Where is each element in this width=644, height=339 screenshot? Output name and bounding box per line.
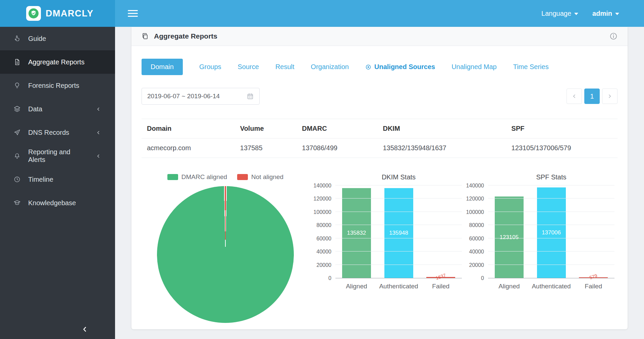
plot-area: 1358321359481637 <box>335 186 462 278</box>
tab-time-series[interactable]: Time Series <box>513 63 549 71</box>
page-number-button[interactable]: 1 <box>584 89 600 104</box>
next-page-button[interactable] <box>602 89 618 104</box>
forensic-reports-icon <box>13 82 21 89</box>
column-header-dkim: DKIM <box>379 119 508 138</box>
chevron-left-icon <box>82 326 88 333</box>
brand-name: DMARCLY <box>46 8 94 19</box>
pie-legend: DMARC aligned Not aligned <box>167 173 283 181</box>
legend-swatch <box>167 174 178 180</box>
tab-unaligned-map[interactable]: Unaligned Map <box>451 63 497 71</box>
calendar-icon <box>247 93 254 100</box>
spf-stats-chart: SPF Stats 020000400006000080000100000120… <box>462 173 614 323</box>
info-icon[interactable] <box>609 32 618 40</box>
bar-value-label: 137006 <box>542 229 561 236</box>
tab-domain[interactable]: Domain <box>142 59 183 75</box>
bar-value-label: 579 <box>589 273 598 280</box>
caret-down-icon <box>574 13 578 15</box>
x-axis-labels: AlignedAuthenticatedFailed <box>335 283 462 290</box>
user-menu[interactable]: admin <box>592 10 619 17</box>
gridline <box>335 238 462 238</box>
brand-block: DMARCLY <box>0 0 115 27</box>
chevron-left-icon <box>96 107 101 112</box>
cell-dkim: 135832/135948/1637 <box>379 138 508 158</box>
table-header-row: Domain Volume DMARC DKIM SPF <box>142 119 618 138</box>
menu-toggle-button[interactable] <box>128 9 138 17</box>
chevron-left-icon <box>96 154 101 159</box>
tab-organization[interactable]: Organization <box>311 63 349 71</box>
chart-plot-row: 020000400006000080000100000120000140000 … <box>309 186 462 278</box>
gridline <box>488 265 614 265</box>
pagination: 1 <box>567 89 618 104</box>
sidebar-item-aggregate-reports[interactable]: Aggregate Reports <box>0 50 115 74</box>
tab-source[interactable]: Source <box>238 63 259 71</box>
language-label: Language <box>541 10 571 17</box>
report-copy-icon <box>142 33 149 40</box>
sidebar-item-data[interactable]: Data <box>0 97 115 121</box>
y-axis-tick-label: 140000 <box>314 183 331 188</box>
sidebar-item-forensic-reports[interactable]: Forensic Reports <box>0 74 115 97</box>
dns-records-icon <box>13 129 21 136</box>
charts-row: DMARC aligned Not aligned DKIM Stats <box>142 173 618 323</box>
legend-item-dmarc-aligned[interactable]: DMARC aligned <box>167 173 227 181</box>
category-label: Aligned <box>335 283 378 290</box>
bar-aligned: 123105 <box>495 196 524 278</box>
column-header-domain: Domain <box>142 119 237 138</box>
sidebar-item-label: Aggregate Reports <box>28 58 85 66</box>
category-label: Failed <box>572 283 614 290</box>
tab-result[interactable]: Result <box>275 63 294 71</box>
timeline-icon <box>13 176 21 183</box>
tab-groups[interactable]: Groups <box>199 63 221 71</box>
y-axis-tick-label: 20000 <box>469 263 484 268</box>
bar-value-label: 135948 <box>389 230 408 236</box>
gridline <box>335 225 462 225</box>
layout: Guide Aggregate Reports Forensic Reports… <box>0 27 644 339</box>
sidebar-collapse-button[interactable] <box>0 320 115 339</box>
cell-spf: 123105/137006/579 <box>508 138 618 158</box>
dmarc-alignment-pie-chart <box>157 186 294 323</box>
legend-item-not-aligned[interactable]: Not aligned <box>237 173 283 181</box>
data-icon <box>13 105 21 113</box>
chart-plot-row: 020000400006000080000100000120000140000 … <box>462 186 614 278</box>
y-axis-tick-label: 120000 <box>314 196 331 202</box>
gridline <box>488 225 614 225</box>
date-range-picker[interactable]: 2019-06-07 ~ 2019-06-14 <box>142 88 260 105</box>
cell-domain[interactable]: acmecorp.com <box>142 138 237 158</box>
page-title: Aggregate Reports <box>154 32 217 40</box>
language-menu[interactable]: Language <box>541 10 578 17</box>
tab-unaligned-sources[interactable]: Unaligned Sources <box>365 63 435 71</box>
y-axis-tick-label: 40000 <box>317 249 332 255</box>
bar-value-label: 1637 <box>435 273 447 281</box>
dkim-stats-chart: DKIM Stats 02000040000600008000010000012… <box>309 173 462 323</box>
sidebar-item-timeline[interactable]: Timeline <box>0 168 115 191</box>
sidebar: Guide Aggregate Reports Forensic Reports… <box>0 27 115 339</box>
card-body: Domain Groups Source Result Organization… <box>131 46 628 323</box>
y-axis-tick-label: 140000 <box>466 183 484 188</box>
column-header-spf: SPF <box>508 119 618 138</box>
sidebar-item-label: DNS Records <box>28 129 69 136</box>
sidebar-item-reporting-and-alerts[interactable]: Reporting and Alerts <box>0 144 115 168</box>
reporting-alerts-icon <box>13 152 21 160</box>
sidebar-item-dns-records[interactable]: DNS Records <box>0 121 115 144</box>
y-axis: 020000400006000080000100000120000140000 <box>309 186 335 278</box>
prev-page-button[interactable] <box>567 89 582 104</box>
bar-failed: 1637 <box>426 277 455 278</box>
y-axis-tick-label: 80000 <box>469 223 484 228</box>
y-axis-tick-label: 0 <box>328 276 331 281</box>
sidebar-item-knowledgebase[interactable]: Knowledgebase <box>0 191 115 215</box>
category-label: Failed <box>420 283 462 290</box>
y-axis-tick-label: 20000 <box>317 263 332 268</box>
report-tabs: Domain Groups Source Result Organization… <box>142 59 618 75</box>
sidebar-item-label: Guide <box>28 35 46 43</box>
chart-title: SPF Stats <box>488 173 614 181</box>
gridline <box>488 251 614 251</box>
gridline <box>488 212 614 212</box>
controls-row: 2019-06-07 ~ 2019-06-14 1 <box>142 88 618 105</box>
sidebar-item-label: Reporting and Alerts <box>28 148 89 164</box>
sidebar-item-guide[interactable]: Guide <box>0 27 115 50</box>
gridline <box>488 185 614 185</box>
gridline <box>335 265 462 265</box>
bar-slot: 579 <box>572 277 614 278</box>
aggregate-reports-icon <box>13 58 21 66</box>
cell-volume: 137585 <box>237 138 299 158</box>
bar-slot: 123105 <box>488 196 530 278</box>
